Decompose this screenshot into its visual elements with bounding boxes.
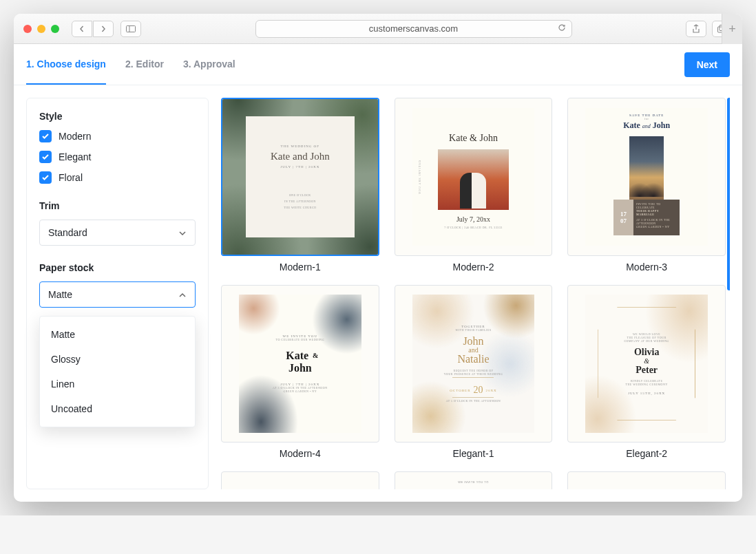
invite-foot: ONE O'CLOCK [289,193,311,197]
dropdown-item-linen[interactable]: Linen [40,372,195,396]
invite-name1: John [444,336,503,347]
close-window-icon[interactable] [23,25,32,33]
sidebar-toggle-button[interactable] [120,21,141,37]
design-card-elegant-1: TOGETHER WITH THEIR FAMILIES John and Na… [395,285,553,460]
checkbox-floral[interactable]: Floral [39,171,196,184]
checkbox-label: Modern [59,131,91,142]
design-label: Elegant-2 [626,448,667,459]
checkbox-icon [39,130,52,142]
design-gallery: THE WEDDING OF Kate and John JULY | 7TH … [221,98,730,489]
style-section: Style Modern Elegant Floral [39,111,196,184]
design-card-modern-4: WE INVITE YOU TO CELEBRATE OUR WEDDING K… [221,285,379,460]
plus-icon: + [728,22,736,36]
design-thumb-peek[interactable]: WE INVITE YOU TO [395,471,553,489]
chevron-down-icon [178,227,187,238]
step-approval[interactable]: 3. Approval [183,45,235,85]
checkbox-elegant[interactable]: Elegant [39,151,196,163]
minimize-window-icon[interactable] [37,25,45,33]
paper-stock-selected-value: Matte [48,289,72,300]
invite-foot: THE WHITE CHURCH [284,206,316,209]
design-thumb-peek[interactable] [567,471,726,489]
trim-select[interactable]: Standard [39,220,196,246]
design-label: Modern-3 [626,262,667,273]
forward-button[interactable] [93,21,114,37]
design-label: Modern-4 [280,448,321,459]
invite-side-text: YOU ARE INVITED [418,160,421,194]
new-tab-button[interactable]: + [722,14,742,44]
gallery-wrap: THE WEDDING OF Kate and John JULY | 7TH … [221,98,730,489]
app-header: 1. Choose design 2. Editor 3. Approval N… [14,44,742,85]
design-thumb[interactable]: YOU ARE INVITED Kate & John July 7, 20xx… [395,98,553,256]
invite-amp: & [624,357,669,365]
design-label: Modern-1 [280,262,321,273]
svg-rect-0 [127,25,136,32]
invite-head: COMPANY AT OUR WEDDING [624,339,669,343]
design-thumb[interactable]: TOGETHER WITH THEIR FAMILIES John and Na… [395,285,553,443]
design-card-modern-2: YOU ARE INVITED Kate & John July 7, 20xx… [395,98,553,273]
paper-stock-select[interactable]: Matte [39,281,196,308]
invite-save: SAVE THE DATE [623,114,670,117]
invite-req: YOUR PRESENCE AT THEIR WEDDING [444,372,503,376]
scrollbar[interactable] [727,98,730,290]
invite-names: Kate& John [273,350,327,374]
checkbox-label: Floral [59,172,83,183]
trim-label: Trim [39,200,196,211]
invite-date: JULY | 7TH | 20XX [273,383,327,386]
maximize-window-icon[interactable] [51,25,59,33]
paper-stock-dropdown: Matte Glossy Linen Uncoated [39,316,196,427]
checkbox-icon [39,171,52,184]
checkbox-modern[interactable]: Modern [39,130,196,142]
chevron-up-icon [178,289,187,300]
invite-sub: THE WEDDING CEREMONY [624,383,669,386]
trim-section: Trim Standard [39,200,196,246]
design-thumb[interactable]: WE WOULD LOVE THE PLEASURE OF YOUR COMPA… [567,285,726,443]
nav-buttons [72,21,114,37]
checkbox-icon [39,151,52,163]
invite-info: INVITE YOU TO CELEBRATE THEIR HAPPY MARR… [633,200,680,235]
design-card-elegant-2: WE WOULD LOVE THE PLEASURE OF YOUR COMPA… [567,285,726,460]
window-controls [23,25,59,33]
steps-nav: 1. Choose design 2. Editor 3. Approval [26,45,235,85]
filter-sidebar: Style Modern Elegant Floral Trim Standar… [26,98,209,489]
dropdown-item-matte[interactable]: Matte [40,322,195,347]
dropdown-item-uncoated[interactable]: Uncoated [40,396,195,421]
invite-names: Kate and John [623,120,670,131]
trim-selected-value: Standard [48,227,87,238]
invite-foot: 7 O'CLOCK | 240 BEACH DR. FL 33333 [444,226,503,229]
design-label: Elegant-1 [453,448,494,459]
peek-text: WE INVITE YOU TO [458,480,489,484]
url-bar[interactable]: customerscanvas.com [255,20,572,38]
invite-date-block: 17 07 [613,200,633,235]
invite-foot: IN THE AFTERNOON [284,200,316,203]
dropdown-item-glossy[interactable]: Glossy [40,347,195,372]
invite-photo [629,136,664,200]
design-label: Modern-2 [453,262,494,273]
sidebar-icon [126,25,136,32]
invite-name2: Natalie [444,354,503,365]
design-thumb[interactable]: THE WEDDING OF Kate and John JULY | 7TH … [221,98,379,256]
invite-names: Kate and John [271,151,330,162]
step-choose-design[interactable]: 1. Choose design [26,45,106,85]
browser-window: customerscanvas.com + 1. Choose design 2… [14,14,742,502]
invite-date: OCTOBER 20 20XX [444,385,503,396]
design-thumb[interactable]: SAVE THE DATE for Kate and John [567,98,726,256]
design-thumb-peek[interactable] [221,471,379,489]
share-button[interactable] [686,21,706,37]
design-thumb[interactable]: WE INVITE YOU TO CELEBRATE OUR WEDDING K… [221,285,379,443]
invite-foot: GREEN GARDEN • NY [273,390,327,393]
refresh-icon[interactable] [558,23,566,34]
invite-date: July 7, 20xx [456,215,490,223]
invite-photo [438,149,509,210]
step-editor[interactable]: 2. Editor [125,45,164,85]
invite-date: JULY 15TH, 20XX [624,392,669,395]
invite-date: JULY | 7TH | 20XX [280,165,319,169]
titlebar: customerscanvas.com + [14,14,742,44]
invite-foot: AT 5 O'CLOCK IN THE AFTERNOON [444,399,503,403]
invite-head: THE PLEASURE OF YOUR [624,336,669,339]
back-button[interactable] [72,21,92,37]
next-button[interactable]: Next [684,52,730,77]
invite-names: Kate & John [449,133,498,144]
style-label: Style [39,111,196,122]
invite-name2: Peter [624,365,669,375]
checkbox-label: Elegant [59,151,91,162]
